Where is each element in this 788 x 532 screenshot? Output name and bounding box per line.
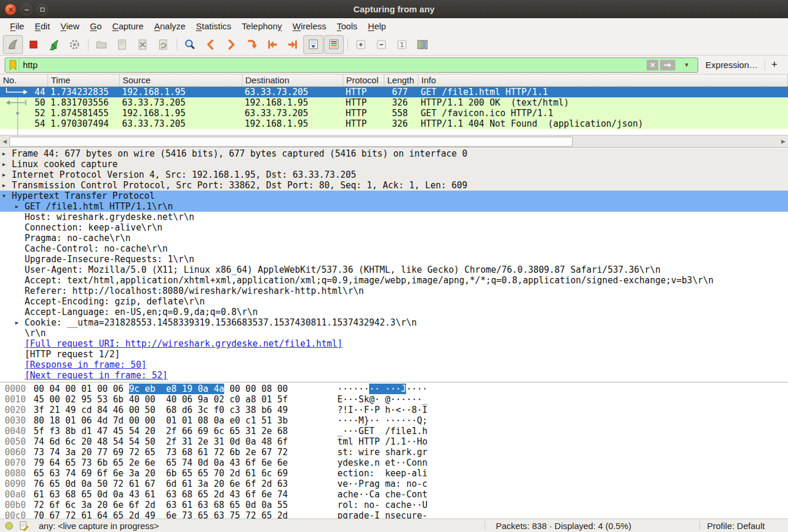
detail-row[interactable]: ▶Cookie: __utma=231828553.1458339319.153… bbox=[0, 317, 788, 328]
menu-item-view[interactable]: View bbox=[55, 19, 84, 33]
expert-info-icon[interactable] bbox=[5, 521, 13, 530]
menu-item-help[interactable]: Help bbox=[363, 19, 391, 33]
detail-row[interactable]: Accept: text/html,application/xhtml+xml,… bbox=[0, 275, 788, 286]
column-header-destination[interactable]: Destination bbox=[242, 74, 343, 86]
open-file-button[interactable] bbox=[92, 35, 111, 54]
expand-arrow-icon[interactable]: ▶ bbox=[15, 317, 25, 328]
maximize-window-icon[interactable] bbox=[36, 4, 48, 15]
go-last-packet-button[interactable] bbox=[283, 35, 303, 54]
detail-row[interactable]: Cache-Control: no-cache\r\n bbox=[0, 243, 788, 254]
detail-row[interactable]: Connection: keep-alive\r\n bbox=[0, 222, 788, 233]
menu-item-edit[interactable]: Edit bbox=[29, 19, 55, 33]
colorize-button[interactable] bbox=[324, 35, 344, 54]
hex-row[interactable]: 006073 74 3a 20 77 69 72 65 73 68 61 72 … bbox=[0, 447, 788, 458]
filter-bookmark-icon[interactable] bbox=[7, 58, 19, 72]
hex-row[interactable]: 00c070 67 72 61 64 65 2d 49 6e 73 65 63 … bbox=[0, 510, 788, 519]
start-capture-button[interactable] bbox=[3, 35, 23, 54]
menu-item-tools[interactable]: Tools bbox=[332, 19, 363, 33]
go-to-packet-button[interactable] bbox=[242, 35, 262, 54]
capture-options-button[interactable] bbox=[65, 35, 84, 54]
hex-row[interactable]: 007079 64 65 73 6b 65 2e 6e 65 74 0d 0a … bbox=[0, 458, 788, 468]
detail-row[interactable]: ▶GET /file1.html HTTP/1.1\r\n bbox=[0, 201, 788, 212]
packet-row[interactable]: 541.97030749463.33.73.205192.168.1.95HTT… bbox=[0, 118, 788, 129]
save-file-button[interactable] bbox=[112, 35, 132, 54]
packet-row[interactable]: 521.874581455192.168.1.9563.33.73.205HTT… bbox=[0, 108, 788, 118]
column-header-time[interactable]: Time bbox=[48, 74, 120, 86]
detail-row[interactable]: [Full request URI: http://wireshark.gryd… bbox=[0, 338, 788, 349]
column-header-protocol[interactable]: Protocol bbox=[343, 74, 384, 86]
hex-row[interactable]: 00203f 21 49 cd 84 46 00 50 68 d6 3c f0 … bbox=[0, 405, 788, 415]
detail-row[interactable]: ▼Hypertext Transfer Protocol bbox=[0, 191, 788, 201]
expand-arrow-icon[interactable]: ▶ bbox=[2, 148, 12, 159]
hex-row[interactable]: 00b072 6f 6c 3a 20 6e 6f 2d 63 61 63 68 … bbox=[0, 500, 788, 510]
zoom-out-button[interactable] bbox=[371, 35, 391, 54]
detail-row[interactable]: [Response in frame: 50] bbox=[0, 360, 788, 370]
collapse-arrow-icon[interactable]: ▼ bbox=[2, 191, 12, 201]
column-header-no[interactable]: No. bbox=[0, 74, 48, 86]
minimize-window-icon[interactable] bbox=[21, 4, 32, 15]
menu-item-capture[interactable]: Capture bbox=[107, 19, 148, 33]
packet-list-hscrollbar[interactable]: ◀ ▶ ····· bbox=[0, 135, 788, 147]
column-header-info[interactable]: Info bbox=[418, 74, 788, 86]
detail-row[interactable]: Accept-Language: en-US,en;q=0.9,da;q=0.8… bbox=[0, 307, 788, 317]
packet-row[interactable]: 441.734232835192.168.1.9563.33.73.205HTT… bbox=[0, 87, 788, 97]
add-filter-button[interactable]: + bbox=[765, 59, 783, 71]
apply-filter-icon[interactable] bbox=[660, 60, 675, 70]
detail-row[interactable]: ▶Frame 44: 677 bytes on wire (5416 bits)… bbox=[0, 148, 788, 159]
detail-row[interactable]: Host: wireshark.grydeske.net\r\n bbox=[0, 212, 788, 222]
detail-row[interactable]: \r\n bbox=[0, 328, 788, 338]
menu-item-telephony[interactable]: Telephony bbox=[236, 19, 287, 33]
close-file-button[interactable] bbox=[133, 35, 153, 54]
menu-item-statistics[interactable]: Statistics bbox=[191, 19, 236, 33]
scroll-left-icon[interactable]: ◀ bbox=[0, 136, 9, 147]
hex-row[interactable]: 00a061 63 68 65 0d 0a 43 61 63 68 65 2d … bbox=[0, 489, 788, 500]
hex-row[interactable]: 008065 63 74 69 6f 6e 3a 20 6b 65 65 70 … bbox=[0, 468, 788, 479]
hex-row[interactable]: 009076 65 0d 0a 50 72 61 67 6d 61 3a 20 … bbox=[0, 479, 788, 489]
hex-row[interactable]: 005074 6d 6c 20 48 54 54 50 2f 31 2e 31 … bbox=[0, 436, 788, 447]
detail-row[interactable]: ▶Linux cooked capture bbox=[0, 159, 788, 170]
find-packet-button[interactable] bbox=[180, 35, 200, 54]
stop-capture-button[interactable] bbox=[23, 35, 43, 54]
reload-file-button[interactable] bbox=[153, 35, 173, 54]
detail-row[interactable]: Referer: http://localhost:8080/wireshark… bbox=[0, 286, 788, 296]
column-header-source[interactable]: Source bbox=[120, 74, 242, 86]
profile-status[interactable]: Profile: Default bbox=[707, 521, 765, 531]
detail-row[interactable]: ▶Internet Protocol Version 4, Src: 192.1… bbox=[0, 170, 788, 180]
display-filter-input[interactable] bbox=[19, 59, 645, 70]
packet-row[interactable]: 501.83170355663.33.73.205192.168.1.95HTT… bbox=[0, 97, 788, 108]
clear-filter-icon[interactable]: ✕ bbox=[647, 60, 658, 70]
filter-dropdown-icon[interactable]: ▼ bbox=[677, 60, 696, 70]
restart-capture-button[interactable] bbox=[44, 35, 64, 54]
expand-arrow-icon[interactable]: ▶ bbox=[2, 170, 12, 180]
menu-item-wireless[interactable]: Wireless bbox=[288, 19, 332, 33]
hscroll-thumb[interactable] bbox=[9, 137, 573, 147]
go-forward-button[interactable] bbox=[221, 35, 241, 54]
scroll-right-icon[interactable]: ▶ bbox=[779, 136, 788, 147]
expand-arrow-icon[interactable]: ▶ bbox=[2, 159, 12, 170]
hex-row[interactable]: 000000 04 00 01 00 06 9c eb e8 19 0a 4a … bbox=[0, 384, 788, 394]
hex-row[interactable]: 00405f f3 8b d1 47 45 54 20 2f 66 69 6c … bbox=[0, 426, 788, 436]
expand-arrow-icon[interactable]: ▶ bbox=[15, 201, 25, 212]
hex-row[interactable]: 003080 18 01 06 4d 7d 00 00 01 01 08 0a … bbox=[0, 415, 788, 426]
zoom-original-button[interactable]: 1 bbox=[392, 35, 412, 54]
detail-row[interactable]: [HTTP request 1/2] bbox=[0, 349, 788, 360]
close-window-icon[interactable] bbox=[5, 4, 16, 15]
detail-row[interactable]: Upgrade-Insecure-Requests: 1\r\n bbox=[0, 254, 788, 265]
menu-item-file[interactable]: File bbox=[5, 19, 29, 33]
menu-item-go[interactable]: Go bbox=[84, 19, 107, 33]
detail-row[interactable]: [Next request in frame: 52] bbox=[0, 370, 788, 381]
expand-arrow-icon[interactable]: ▶ bbox=[2, 180, 12, 191]
capture-comment-icon[interactable] bbox=[19, 521, 29, 531]
expression-button[interactable]: Expression… bbox=[698, 60, 765, 70]
hex-row[interactable]: 001045 00 02 95 53 6b 40 00 40 06 9a 02 … bbox=[0, 394, 788, 405]
detail-row[interactable]: Accept-Encoding: gzip, deflate\r\n bbox=[0, 296, 788, 307]
detail-row[interactable]: Pragma: no-cache\r\n bbox=[0, 233, 788, 243]
detail-row[interactable]: ▶Transmission Control Protocol, Src Port… bbox=[0, 180, 788, 191]
go-back-button[interactable] bbox=[201, 35, 221, 54]
go-first-packet-button[interactable] bbox=[262, 35, 282, 54]
detail-row[interactable]: User-Agent: Mozilla/5.0 (X11; Linux x86_… bbox=[0, 265, 788, 275]
resize-columns-button[interactable] bbox=[412, 35, 432, 54]
column-header-length[interactable]: Length bbox=[384, 74, 418, 86]
menu-item-analyze[interactable]: Analyze bbox=[149, 19, 191, 33]
zoom-in-button[interactable] bbox=[351, 35, 371, 54]
